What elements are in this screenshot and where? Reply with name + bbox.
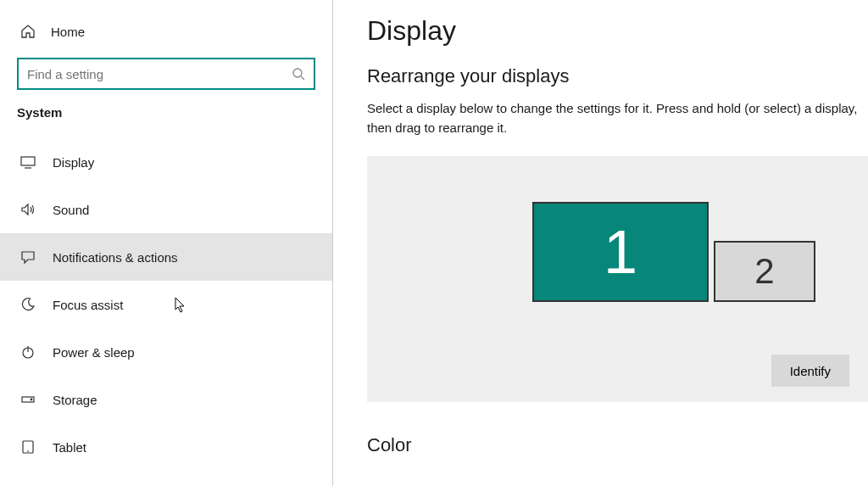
sidebar-item-label: Notifications & actions (53, 250, 178, 265)
svg-line-1 (301, 76, 304, 80)
chat-icon (20, 249, 36, 265)
main-panel: Display Rearrange your displays Select a… (333, 0, 868, 486)
monitor-icon (20, 154, 36, 170)
displays-container: 1 2 (532, 202, 815, 302)
sidebar-item-power-sleep[interactable]: Power & sleep (0, 328, 332, 376)
section-rearrange-title: Rearrange your displays (367, 65, 868, 87)
identify-button[interactable]: Identify (771, 355, 849, 387)
svg-point-7 (31, 399, 32, 400)
category-title: System (0, 105, 332, 138)
sidebar-item-storage[interactable]: Storage (0, 376, 332, 423)
tablet-icon (20, 439, 36, 455)
home-link[interactable]: Home (0, 17, 332, 51)
search-input[interactable] (27, 67, 292, 81)
sidebar-item-label: Tablet (53, 440, 86, 455)
page-title: Display (367, 15, 868, 47)
sidebar-item-display[interactable]: Display (0, 138, 332, 186)
display-arrangement-area[interactable]: 1 2 Identify (367, 156, 868, 402)
sidebar-item-label: Power & sleep (53, 345, 135, 360)
sidebar-item-focus-assist[interactable]: Focus assist (0, 281, 332, 328)
sidebar-item-label: Storage (53, 393, 97, 407)
sound-icon (20, 202, 36, 217)
sidebar-item-sound[interactable]: Sound (0, 186, 332, 233)
power-icon (20, 344, 36, 360)
sidebar-item-notifications[interactable]: Notifications & actions (0, 233, 332, 281)
display-number: 2 (754, 251, 774, 292)
svg-rect-2 (21, 157, 35, 165)
sidebar: Home System Display Sound Notifications … (0, 0, 333, 486)
moon-icon (20, 297, 36, 312)
display-tile-2[interactable]: 2 (714, 241, 815, 302)
sidebar-item-label: Sound (53, 203, 89, 217)
sidebar-item-label: Display (53, 155, 94, 170)
drive-icon (20, 392, 36, 407)
display-number: 1 (604, 217, 637, 287)
home-label: Home (51, 25, 85, 39)
section-color-title: Color (367, 434, 868, 456)
search-icon (292, 67, 305, 81)
search-box[interactable] (17, 58, 315, 90)
sidebar-item-tablet[interactable]: Tablet (0, 423, 332, 471)
display-tile-1[interactable]: 1 (532, 202, 709, 302)
home-icon (20, 24, 36, 39)
section-rearrange-desc: Select a display below to change the set… (367, 99, 868, 137)
sidebar-item-label: Focus assist (53, 298, 123, 312)
svg-point-0 (293, 69, 302, 77)
